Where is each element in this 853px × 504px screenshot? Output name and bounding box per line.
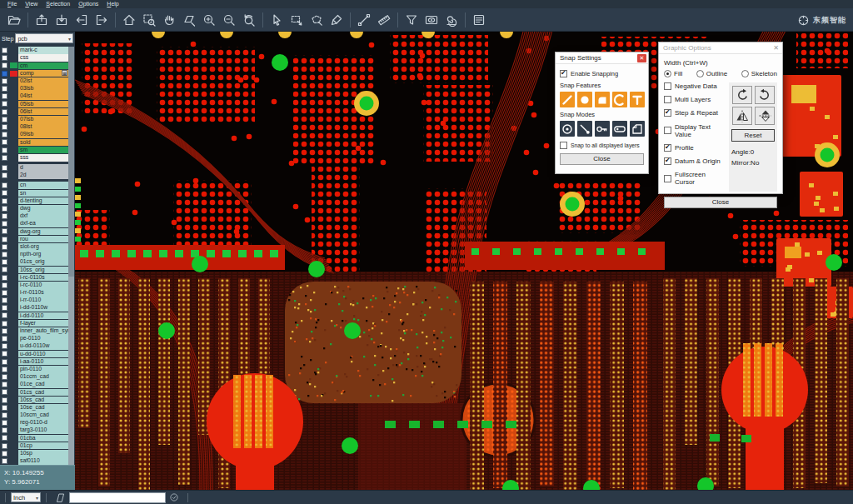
measure-ruler-icon[interactable] <box>374 11 394 29</box>
radio-skeleton[interactable]: Skeleton <box>741 70 777 77</box>
layer-row-01cp[interactable]: 01cp <box>0 442 75 450</box>
layer-row-pe-0110[interactable]: pe-0110 <box>0 335 75 342</box>
layer-row-10ss_cad[interactable]: 10ss_cad <box>0 396 75 403</box>
layer-row-i-rc-0110[interactable]: i-rc-0110 <box>0 282 75 289</box>
layer-row-mark-c[interactable]: mark-c <box>0 47 75 54</box>
layer-row-dxf-ea[interactable]: dxf-ea <box>0 220 75 227</box>
layer-row-08lst[interactable]: 08lst <box>0 123 75 131</box>
menu-options[interactable]: Options <box>74 0 102 8</box>
layer-visibility-checkbox[interactable] <box>2 259 7 265</box>
layer-visibility-checkbox[interactable] <box>2 412 7 418</box>
layer-row-10scm_cad[interactable]: 10scm_cad <box>0 412 75 419</box>
eye-preview-icon[interactable] <box>422 11 441 29</box>
menu-help[interactable]: Help <box>102 0 122 8</box>
home-icon[interactable] <box>119 11 139 29</box>
layer-visibility-checkbox[interactable] <box>2 458 7 464</box>
option-profile[interactable]: Profile <box>664 144 726 152</box>
enable-snapping-option[interactable]: Enable Snapping <box>560 70 644 77</box>
layer-row-01cba[interactable]: 01cba <box>0 434 75 442</box>
run-command-icon[interactable] <box>169 492 179 502</box>
option-display-text-value[interactable]: Display Text Value <box>664 123 726 138</box>
snap-slot-button[interactable] <box>612 121 627 137</box>
mirror-vertical-button[interactable] <box>755 107 775 125</box>
layer-visibility-checkbox[interactable] <box>2 139 7 145</box>
select-polygon-icon[interactable] <box>307 11 327 29</box>
radio-outline[interactable]: Outline <box>696 70 727 77</box>
layer-visibility-checkbox[interactable] <box>2 101 7 107</box>
snap-all-layers-option[interactable]: Snap to all displayed layers <box>560 142 644 149</box>
option-datum-origin[interactable]: Datum & Origin <box>664 157 726 165</box>
layer-row-04lst[interactable]: 04lst <box>0 92 75 100</box>
layer-visibility-checkbox[interactable] <box>2 147 7 153</box>
layer-visibility-checkbox[interactable] <box>2 206 7 212</box>
layer-color-swatch[interactable] <box>10 71 17 77</box>
layer-row-saf0110[interactable]: saf0110 <box>0 457 75 465</box>
layer-visibility-checkbox[interactable] <box>2 297 7 303</box>
zoom-window-icon[interactable] <box>139 11 159 29</box>
layer-visibility-checkbox[interactable] <box>2 420 7 426</box>
layer-visibility-checkbox[interactable] <box>2 228 7 234</box>
layer-row-01cs_orig[interactable]: 01cs_orig <box>0 258 75 266</box>
import-left-icon[interactable] <box>72 11 92 29</box>
layer-row-i-aa-0110[interactable]: i-aa-0110 <box>0 358 75 366</box>
layer-visibility-checkbox[interactable] <box>2 282 7 288</box>
zoom-in-icon[interactable] <box>199 11 219 29</box>
option-step-repeat[interactable]: Step & Repeat <box>664 109 726 117</box>
layer-visibility-checkbox[interactable] <box>2 328 7 334</box>
layer-visibility-checkbox[interactable] <box>2 427 7 433</box>
mirror-horizontal-button[interactable] <box>732 107 752 125</box>
layer-visibility-checkbox[interactable] <box>2 237 7 242</box>
layer-row-07lsb[interactable]: 07lsb <box>0 116 75 123</box>
enable-snapping-checkbox[interactable] <box>560 70 567 77</box>
option-negative-data[interactable]: Negative Data <box>664 82 726 90</box>
command-input[interactable] <box>69 492 166 503</box>
zoom-polygon-icon[interactable] <box>179 11 199 29</box>
select-rect-icon[interactable] <box>287 11 307 29</box>
layer-row-01ce_cad[interactable]: 01ce_cad <box>0 381 75 388</box>
filter-funnel-icon[interactable] <box>402 11 422 29</box>
layer-row-comp[interactable]: comp▦ <box>0 70 75 77</box>
close-icon[interactable]: ✕ <box>773 44 779 52</box>
layer-visibility-checkbox[interactable] <box>2 397 7 403</box>
layer-row-10sp[interactable]: 10sp <box>0 450 75 457</box>
layer-visibility-checkbox[interactable] <box>2 267 7 272</box>
layer-color-swatch[interactable] <box>10 62 17 68</box>
layer-row-targ3-0110[interactable]: targ3-0110 <box>0 427 75 434</box>
select-arrow-icon[interactable] <box>267 11 287 29</box>
graphic-options-title[interactable]: Graphic Options <box>659 42 782 54</box>
layer-visibility-checkbox[interactable] <box>2 62 7 68</box>
layer-row-dwg[interactable]: dwg <box>0 205 75 212</box>
snap-line-button[interactable] <box>560 92 575 107</box>
layer-visibility-checkbox[interactable] <box>2 78 7 84</box>
layer-visibility-checkbox[interactable] <box>2 305 7 311</box>
layer-row-cm[interactable]: cm <box>0 62 75 69</box>
layer-visibility-checkbox[interactable] <box>2 71 7 77</box>
layer-visibility-checkbox[interactable] <box>2 359 7 365</box>
layer-row-03lsb[interactable]: 03lsb <box>0 85 75 92</box>
layer-row-01cs_cad[interactable]: 01cs_cad <box>0 388 75 396</box>
layer-row-05lsb[interactable]: 05lsb <box>0 100 75 107</box>
box-arrow-down-icon[interactable] <box>52 11 72 29</box>
layer-row-01ccm_cad[interactable]: 01ccm_cad <box>0 373 75 381</box>
box-arrow-up-icon[interactable] <box>32 11 52 29</box>
snap-corner-button[interactable] <box>630 121 645 137</box>
zoom-previous-icon[interactable] <box>239 11 259 29</box>
layer-visibility-checkbox[interactable] <box>2 321 7 327</box>
zoom-out-icon[interactable] <box>219 11 239 29</box>
layer-visibility-checkbox[interactable] <box>2 443 7 449</box>
layer-visibility-checkbox[interactable] <box>2 336 7 342</box>
layer-visibility-checkbox[interactable] <box>2 190 7 196</box>
layer-visibility-checkbox[interactable] <box>2 47 7 53</box>
brush-icon[interactable] <box>327 11 347 29</box>
layer-visibility-checkbox[interactable] <box>2 451 7 457</box>
menu-file[interactable]: File <box>3 0 21 8</box>
layer-row-i-dd-0110w[interactable]: i-dd-0110w <box>0 304 75 312</box>
layer-visibility-checkbox[interactable] <box>2 351 7 357</box>
option-fullscreen-cursor[interactable]: Fullscreen Cursor <box>664 171 726 186</box>
layer-visibility-checkbox[interactable] <box>2 182 7 188</box>
snap-arc-button[interactable] <box>612 92 627 107</box>
layer-row-02lst[interactable]: 02lst <box>0 77 75 85</box>
layer-row-2d[interactable]: 2d <box>0 172 75 179</box>
snap-surface-button[interactable] <box>595 92 610 107</box>
layer-row-rou[interactable]: rou <box>0 236 75 243</box>
